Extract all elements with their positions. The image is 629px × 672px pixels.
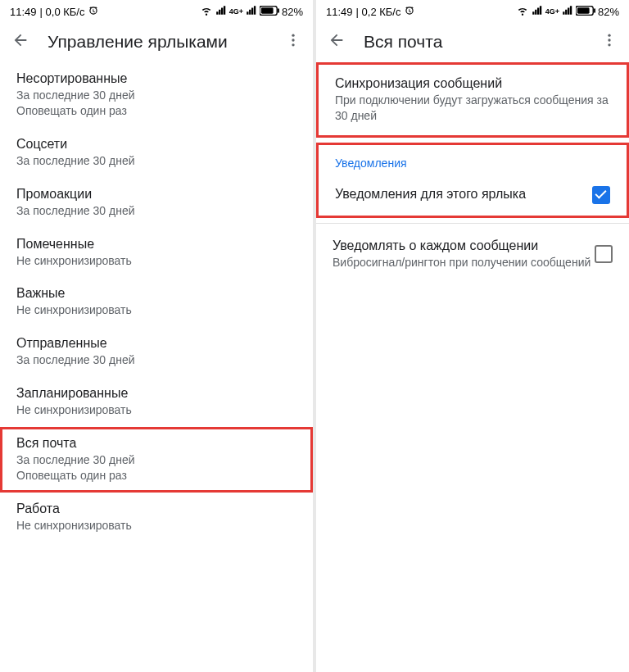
sync-row[interactable]: Синхронизация сообщений При подключении … (319, 65, 627, 135)
left-screen: 11:49 | 0,0 КБ/с 4G+ 82% (0, 0, 313, 672)
status-bar-right: 11:49 | 0,2 КБ/с 4G+ 82% (316, 0, 629, 21)
svg-point-9 (608, 34, 610, 37)
svg-rect-2 (278, 8, 279, 13)
svg-point-10 (608, 39, 610, 41)
label-item-social[interactable]: Соцсети За последние 30 дней (0, 128, 313, 178)
notifications-section-header: Уведомления (319, 145, 627, 175)
status-time: 11:49 (326, 6, 353, 18)
status-net-speed: | 0,2 КБ/с (356, 6, 401, 18)
svg-rect-1 (261, 7, 274, 13)
status-time: 11:49 (10, 6, 37, 18)
label-item-sent[interactable]: Отправленные За последние 30 дней (0, 327, 313, 377)
svg-rect-8 (594, 8, 595, 13)
network-4g-icon: 4G+ (545, 7, 559, 16)
right-screen: 11:49 | 0,2 КБ/с 4G+ 82% (316, 0, 629, 672)
label-item-all-mail[interactable]: Вся почта За последние 30 дней Оповещать… (0, 427, 313, 493)
status-bar-left: 11:49 | 0,0 КБ/с 4G+ 82% (0, 0, 313, 21)
battery-icon (576, 6, 595, 18)
back-icon[interactable] (328, 31, 346, 52)
signal-icon (215, 5, 227, 19)
notifications-block: Уведомления Уведомления для этого ярлыка (316, 143, 629, 218)
alarm-icon (88, 5, 99, 19)
status-net-speed: | 0,0 КБ/с (40, 6, 85, 18)
wifi-icon (200, 5, 213, 19)
sync-block: Синхронизация сообщений При подключении … (316, 62, 629, 138)
page-title: Управление ярлыками (48, 32, 267, 52)
back-icon[interactable] (11, 31, 29, 52)
label-item-unsorted[interactable]: Несортированные За последние 30 дней Опо… (0, 62, 313, 128)
page-title: Вся почта (364, 32, 583, 52)
notif-each-checkbox[interactable] (595, 245, 613, 263)
settings-list: Синхронизация сообщений При подключении … (316, 62, 629, 672)
signal-icon-2 (562, 5, 573, 19)
label-item-starred[interactable]: Помеченные Не синхронизировать (0, 228, 313, 278)
more-icon[interactable] (285, 32, 301, 52)
svg-point-4 (292, 39, 294, 41)
label-item-scheduled[interactable]: Запланированные Не синхронизировать (0, 377, 313, 427)
notif-label-checkbox[interactable] (592, 186, 610, 204)
battery-icon (260, 6, 279, 18)
divider (316, 223, 629, 224)
more-icon[interactable] (601, 32, 618, 52)
labels-list: Несортированные За последние 30 дней Опо… (0, 62, 313, 672)
signal-icon-2 (246, 5, 257, 19)
battery-percent: 82% (282, 6, 303, 18)
header-left: Управление ярлыками (0, 21, 313, 62)
signal-icon (532, 5, 543, 19)
network-4g-icon: 4G+ (229, 7, 243, 16)
label-item-important[interactable]: Важные Не синхронизировать (0, 277, 313, 327)
notif-label-row[interactable]: Уведомления для этого ярлыка (319, 175, 627, 216)
battery-percent: 82% (598, 6, 619, 18)
label-item-work[interactable]: Работа Не синхронизировать (0, 493, 313, 543)
label-item-promo[interactable]: Промоакции За последние 30 дней (0, 178, 313, 228)
notif-each-row[interactable]: Уведомлять о каждом сообщении Вибросигна… (316, 227, 629, 282)
svg-point-5 (292, 43, 294, 46)
svg-point-11 (608, 43, 610, 46)
svg-point-3 (292, 34, 294, 37)
svg-rect-7 (577, 7, 590, 13)
header-right: Вся почта (316, 21, 629, 62)
alarm-icon (404, 5, 415, 19)
wifi-icon (516, 5, 529, 19)
